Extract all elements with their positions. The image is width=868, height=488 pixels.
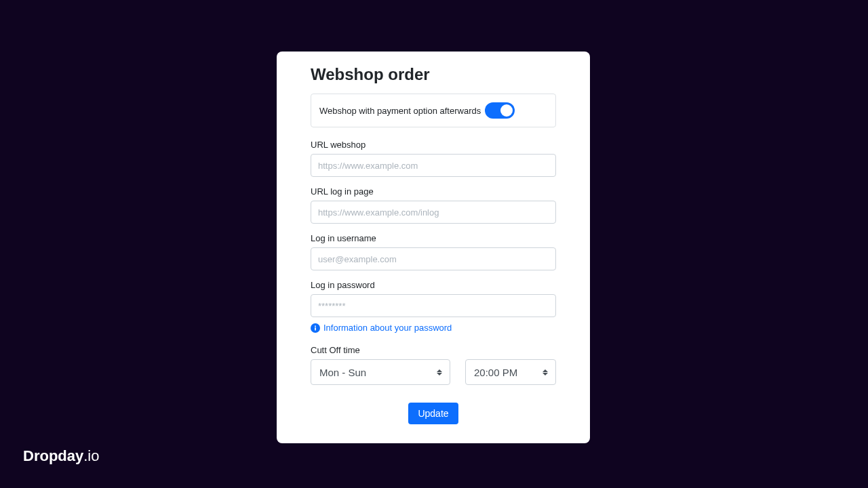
username-label: Log in username bbox=[311, 233, 556, 243]
update-button[interactable]: Update bbox=[408, 403, 458, 424]
cutoff-days-value: Mon - Sun bbox=[319, 367, 366, 378]
cutoff-days-select[interactable]: Mon - Sun bbox=[311, 359, 450, 385]
payment-option-box: Webshop with payment option afterwards bbox=[311, 94, 556, 127]
svg-rect-1 bbox=[315, 327, 316, 330]
brand-thin: .io bbox=[83, 447, 99, 464]
payment-option-toggle[interactable] bbox=[485, 102, 515, 119]
cutoff-label: Cutt Off time bbox=[311, 345, 556, 355]
password-input[interactable] bbox=[311, 294, 556, 317]
url-login-input[interactable] bbox=[311, 201, 556, 224]
cutoff-time-value: 20:00 PM bbox=[474, 367, 517, 378]
url-login-label: URL log in page bbox=[311, 186, 556, 197]
brand-logo: Dropday.io bbox=[23, 447, 100, 465]
password-label: Log in password bbox=[311, 280, 556, 290]
payment-option-label: Webshop with payment option afterwards bbox=[319, 106, 481, 116]
svg-rect-2 bbox=[315, 325, 316, 327]
toggle-knob bbox=[500, 104, 513, 117]
submit-row: Update bbox=[311, 403, 556, 424]
cutoff-time-wrap: 20:00 PM bbox=[465, 359, 556, 385]
url-webshop-input[interactable] bbox=[311, 154, 556, 177]
webshop-order-card: Webshop order Webshop with payment optio… bbox=[277, 52, 590, 443]
url-webshop-label: URL webshop bbox=[311, 140, 556, 150]
password-info-text: Information about your password bbox=[323, 323, 452, 333]
brand-bold: Dropday bbox=[23, 447, 83, 464]
info-circle-icon bbox=[311, 323, 320, 333]
username-input[interactable] bbox=[311, 247, 556, 270]
cutoff-days-wrap: Mon - Sun bbox=[311, 359, 450, 385]
cutoff-row: Mon - Sun 20:00 PM bbox=[311, 359, 556, 385]
password-info-link[interactable]: Information about your password bbox=[311, 323, 556, 333]
cutoff-time-select[interactable]: 20:00 PM bbox=[465, 359, 556, 385]
card-title: Webshop order bbox=[311, 65, 556, 84]
